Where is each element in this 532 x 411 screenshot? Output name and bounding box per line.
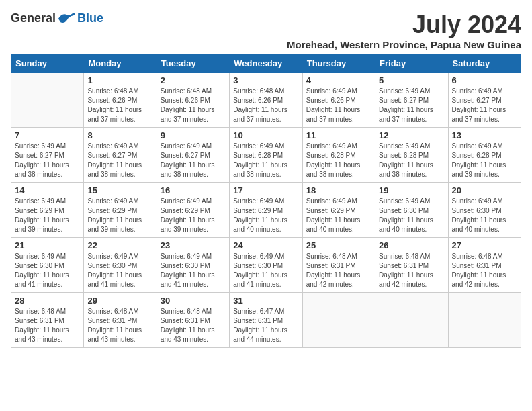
day-info: Sunrise: 6:49 AMSunset: 6:29 PMDaylight:… <box>233 197 298 234</box>
day-info: Sunrise: 6:49 AMSunset: 6:27 PMDaylight:… <box>87 142 152 179</box>
calendar-header-friday: Friday <box>375 55 448 73</box>
day-number: 31 <box>233 295 298 306</box>
calendar-cell: 22Sunrise: 6:49 AMSunset: 6:30 PMDayligh… <box>84 238 157 293</box>
day-info: Sunrise: 6:48 AMSunset: 6:31 PMDaylight:… <box>306 252 371 289</box>
calendar-cell <box>375 293 448 348</box>
day-info: Sunrise: 6:48 AMSunset: 6:31 PMDaylight:… <box>15 307 80 345</box>
main-title: July 2024 <box>287 11 521 39</box>
calendar-cell: 7Sunrise: 6:49 AMSunset: 6:27 PMDaylight… <box>11 128 84 183</box>
day-number: 24 <box>233 240 298 250</box>
day-info: Sunrise: 6:49 AMSunset: 6:30 PMDaylight:… <box>15 252 80 289</box>
calendar-cell: 9Sunrise: 6:49 AMSunset: 6:27 PMDaylight… <box>157 128 229 183</box>
day-info: Sunrise: 6:48 AMSunset: 6:31 PMDaylight:… <box>87 307 152 345</box>
calendar-cell: 2Sunrise: 6:48 AMSunset: 6:26 PMDaylight… <box>157 73 229 128</box>
calendar-cell: 12Sunrise: 6:49 AMSunset: 6:28 PMDayligh… <box>375 128 448 183</box>
day-info: Sunrise: 6:48 AMSunset: 6:31 PMDaylight:… <box>379 252 444 289</box>
logo: General Blue <box>11 11 103 26</box>
day-info: Sunrise: 6:48 AMSunset: 6:26 PMDaylight:… <box>87 87 152 124</box>
calendar-cell: 19Sunrise: 6:49 AMSunset: 6:30 PMDayligh… <box>375 183 448 238</box>
day-number: 20 <box>452 185 517 195</box>
day-number: 13 <box>452 130 517 140</box>
calendar-cell: 18Sunrise: 6:49 AMSunset: 6:29 PMDayligh… <box>302 183 375 238</box>
day-info: Sunrise: 6:49 AMSunset: 6:29 PMDaylight:… <box>161 197 226 234</box>
day-number: 25 <box>306 240 371 250</box>
calendar-cell: 20Sunrise: 6:49 AMSunset: 6:30 PMDayligh… <box>448 183 521 238</box>
day-info: Sunrise: 6:49 AMSunset: 6:29 PMDaylight:… <box>15 197 80 234</box>
day-info: Sunrise: 6:49 AMSunset: 6:30 PMDaylight:… <box>379 197 444 234</box>
logo-blue: Blue <box>77 11 103 26</box>
day-number: 9 <box>161 130 226 140</box>
calendar-week-row: 7Sunrise: 6:49 AMSunset: 6:27 PMDaylight… <box>11 128 521 183</box>
day-number: 14 <box>15 185 80 195</box>
calendar-cell: 28Sunrise: 6:48 AMSunset: 6:31 PMDayligh… <box>11 293 84 348</box>
day-number: 15 <box>87 185 152 195</box>
calendar-cell: 1Sunrise: 6:48 AMSunset: 6:26 PMDaylight… <box>84 73 157 128</box>
day-number: 29 <box>87 295 152 306</box>
calendar-cell: 17Sunrise: 6:49 AMSunset: 6:29 PMDayligh… <box>230 183 302 238</box>
day-number: 23 <box>161 240 226 250</box>
day-number: 30 <box>161 295 226 306</box>
day-number: 8 <box>87 130 152 140</box>
day-number: 2 <box>161 75 226 85</box>
calendar-cell: 23Sunrise: 6:49 AMSunset: 6:30 PMDayligh… <box>157 238 229 293</box>
calendar-table: SundayMondayTuesdayWednesdayThursdayFrid… <box>11 54 521 348</box>
logo-bird-icon <box>57 11 76 26</box>
calendar-header-saturday: Saturday <box>448 55 521 73</box>
day-number: 10 <box>233 130 298 140</box>
page-header: General Blue July 2024 Morehead, Western… <box>11 11 521 50</box>
day-info: Sunrise: 6:49 AMSunset: 6:27 PMDaylight:… <box>452 87 517 124</box>
day-info: Sunrise: 6:49 AMSunset: 6:27 PMDaylight:… <box>15 142 80 179</box>
day-number: 16 <box>161 185 226 195</box>
day-info: Sunrise: 6:49 AMSunset: 6:29 PMDaylight:… <box>306 197 371 234</box>
calendar-cell: 3Sunrise: 6:48 AMSunset: 6:26 PMDaylight… <box>230 73 302 128</box>
calendar-cell: 10Sunrise: 6:49 AMSunset: 6:28 PMDayligh… <box>230 128 302 183</box>
calendar-cell: 24Sunrise: 6:49 AMSunset: 6:30 PMDayligh… <box>230 238 302 293</box>
day-number: 27 <box>452 240 517 250</box>
day-info: Sunrise: 6:49 AMSunset: 6:30 PMDaylight:… <box>452 197 517 234</box>
calendar-cell: 25Sunrise: 6:48 AMSunset: 6:31 PMDayligh… <box>302 238 375 293</box>
day-info: Sunrise: 6:48 AMSunset: 6:26 PMDaylight:… <box>161 87 226 124</box>
calendar-header-tuesday: Tuesday <box>157 55 229 73</box>
calendar-cell: 13Sunrise: 6:49 AMSunset: 6:28 PMDayligh… <box>448 128 521 183</box>
day-number: 6 <box>452 75 517 85</box>
day-info: Sunrise: 6:47 AMSunset: 6:31 PMDaylight:… <box>233 307 298 345</box>
day-number: 3 <box>233 75 298 85</box>
calendar-cell: 31Sunrise: 6:47 AMSunset: 6:31 PMDayligh… <box>230 293 302 348</box>
day-number: 26 <box>379 240 444 250</box>
calendar-cell: 26Sunrise: 6:48 AMSunset: 6:31 PMDayligh… <box>375 238 448 293</box>
title-section: July 2024 Morehead, Western Province, Pa… <box>287 11 521 50</box>
calendar-header-thursday: Thursday <box>302 55 375 73</box>
calendar-cell: 8Sunrise: 6:49 AMSunset: 6:27 PMDaylight… <box>84 128 157 183</box>
day-info: Sunrise: 6:49 AMSunset: 6:28 PMDaylight:… <box>233 142 298 179</box>
day-info: Sunrise: 6:48 AMSunset: 6:31 PMDaylight:… <box>161 307 226 345</box>
calendar-week-row: 14Sunrise: 6:49 AMSunset: 6:29 PMDayligh… <box>11 183 521 238</box>
calendar-header-sunday: Sunday <box>11 55 84 73</box>
day-info: Sunrise: 6:49 AMSunset: 6:26 PMDaylight:… <box>306 87 371 124</box>
calendar-cell: 4Sunrise: 6:49 AMSunset: 6:26 PMDaylight… <box>302 73 375 128</box>
day-info: Sunrise: 6:49 AMSunset: 6:30 PMDaylight:… <box>161 252 226 289</box>
day-info: Sunrise: 6:48 AMSunset: 6:31 PMDaylight:… <box>452 252 517 289</box>
calendar-cell: 11Sunrise: 6:49 AMSunset: 6:28 PMDayligh… <box>302 128 375 183</box>
day-info: Sunrise: 6:49 AMSunset: 6:27 PMDaylight:… <box>161 142 226 179</box>
calendar-cell <box>302 293 375 348</box>
calendar-cell: 5Sunrise: 6:49 AMSunset: 6:27 PMDaylight… <box>375 73 448 128</box>
day-info: Sunrise: 6:49 AMSunset: 6:28 PMDaylight:… <box>306 142 371 179</box>
day-number: 4 <box>306 75 371 85</box>
calendar-cell: 14Sunrise: 6:49 AMSunset: 6:29 PMDayligh… <box>11 183 84 238</box>
calendar-header-row: SundayMondayTuesdayWednesdayThursdayFrid… <box>11 55 521 73</box>
day-info: Sunrise: 6:49 AMSunset: 6:30 PMDaylight:… <box>87 252 152 289</box>
day-number: 12 <box>379 130 444 140</box>
subtitle: Morehead, Western Province, Papua New Gu… <box>287 39 521 50</box>
day-info: Sunrise: 6:49 AMSunset: 6:28 PMDaylight:… <box>379 142 444 179</box>
calendar-cell: 15Sunrise: 6:49 AMSunset: 6:29 PMDayligh… <box>84 183 157 238</box>
calendar-week-row: 28Sunrise: 6:48 AMSunset: 6:31 PMDayligh… <box>11 293 521 348</box>
calendar-week-row: 1Sunrise: 6:48 AMSunset: 6:26 PMDaylight… <box>11 73 521 128</box>
day-number: 17 <box>233 185 298 195</box>
calendar-cell: 6Sunrise: 6:49 AMSunset: 6:27 PMDaylight… <box>448 73 521 128</box>
day-number: 5 <box>379 75 444 85</box>
day-info: Sunrise: 6:48 AMSunset: 6:26 PMDaylight:… <box>233 87 298 124</box>
day-number: 28 <box>15 295 80 306</box>
calendar-cell: 30Sunrise: 6:48 AMSunset: 6:31 PMDayligh… <box>157 293 229 348</box>
day-info: Sunrise: 6:49 AMSunset: 6:28 PMDaylight:… <box>452 142 517 179</box>
day-number: 21 <box>15 240 80 250</box>
